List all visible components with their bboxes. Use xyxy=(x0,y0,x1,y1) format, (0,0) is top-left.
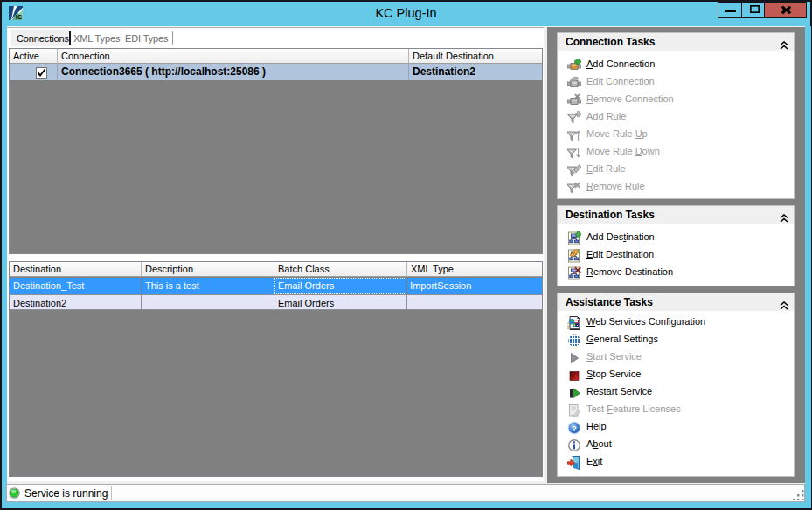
svg-text:IC: IC xyxy=(16,14,22,20)
svg-text:?: ? xyxy=(572,424,577,433)
